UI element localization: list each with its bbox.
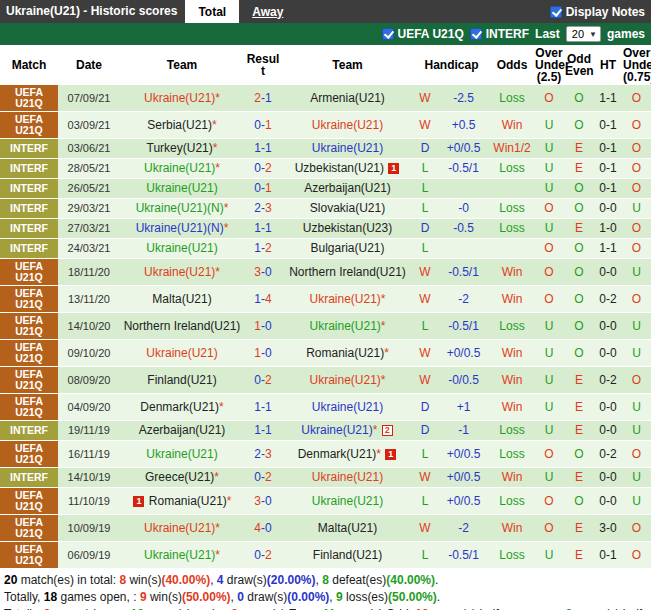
team-name: Ukraine(U21) bbox=[309, 319, 380, 333]
over-under-25: U bbox=[534, 542, 564, 569]
home-advantage-star-icon: * bbox=[381, 292, 386, 306]
title-bar: Ukraine(U21) - Historic scores Total Awa… bbox=[0, 0, 651, 23]
home-team: Greece(U21)* bbox=[120, 468, 244, 488]
home-advantage-star-icon: * bbox=[215, 521, 220, 535]
summary-segment: 0 bbox=[237, 590, 244, 604]
league-badge: INTERF bbox=[0, 468, 58, 488]
home-advantage-star-icon: * bbox=[215, 548, 220, 562]
team-name: Ukraine(U21)(N) bbox=[136, 201, 224, 215]
home-advantage-star-icon: * bbox=[224, 221, 229, 235]
col-header-team-home: Team bbox=[120, 45, 244, 85]
team-name: Azerbaijan(U21) bbox=[139, 423, 226, 437]
league-badge: INTERF bbox=[0, 159, 58, 179]
match-date: 27/03/21 bbox=[58, 219, 120, 239]
summary-line: Totally, 8 game(s) over, 12 game(s) unde… bbox=[4, 606, 647, 610]
win-draw-loss: L bbox=[413, 488, 437, 515]
summary-segment: . bbox=[437, 590, 440, 604]
over-under-075: O bbox=[622, 515, 651, 542]
match-row: UEFA U21Q14/10/20Northern Ireland(U21)1-… bbox=[0, 313, 651, 340]
half-time-score: 1-1 bbox=[594, 85, 622, 112]
handicap-value: -0/0.5 bbox=[437, 367, 490, 394]
match-row: UEFA U21Q11/10/191 Romania(U21)*3-0Ukrai… bbox=[0, 488, 651, 515]
over-under-075: O bbox=[622, 286, 651, 313]
team-name: Ukraine(U21)(N) bbox=[136, 221, 224, 235]
team-name: Azerbaijan(U21) bbox=[304, 181, 391, 195]
away-team: Ukraine(U21) bbox=[282, 488, 413, 515]
over-under-075: U bbox=[622, 313, 651, 340]
over-under-25: O bbox=[534, 239, 564, 259]
win-draw-loss: W bbox=[413, 112, 437, 139]
handicap-value: -0.5/1 bbox=[437, 259, 490, 286]
summary-segment: (50.00%) bbox=[388, 590, 437, 604]
league-badge: UEFA U21Q bbox=[0, 542, 58, 569]
home-advantage-star-icon: * bbox=[219, 400, 224, 414]
home-advantage-star-icon: * bbox=[214, 470, 219, 484]
team-name: Armenia(U21) bbox=[310, 91, 385, 105]
away-team: Denmark(U21)* 1 bbox=[282, 441, 413, 468]
win-draw-loss: L bbox=[413, 239, 437, 259]
summary-segment: draw(s) bbox=[224, 573, 267, 587]
summary-segment: 9 bbox=[336, 590, 343, 604]
result-score: 1-4 bbox=[244, 286, 282, 313]
match-row: INTERF29/03/21Ukraine(U21)(N)*2-3Slovaki… bbox=[0, 199, 651, 219]
summary-segment: (50.00%) bbox=[182, 590, 231, 604]
match-row: UEFA U21Q10/09/19Ukraine(U21)*4-0Malta(U… bbox=[0, 515, 651, 542]
tab-away[interactable]: Away bbox=[239, 0, 296, 23]
half-time-score: 3-0 bbox=[594, 515, 622, 542]
over-under-075: U bbox=[622, 340, 651, 367]
interf-filter-label: INTERF bbox=[486, 27, 529, 41]
half-time-score: 0-1 bbox=[594, 159, 622, 179]
team-name: Ukraine(U21) bbox=[301, 423, 372, 437]
home-advantage-star-icon: * bbox=[215, 265, 220, 279]
over-under-25: U bbox=[534, 468, 564, 488]
home-advantage-star-icon: * bbox=[215, 91, 220, 105]
odd-even: E bbox=[564, 139, 594, 159]
games-count-select[interactable]: 20 ▼ bbox=[566, 26, 601, 42]
filter-uefa: UEFA U21Q bbox=[382, 27, 464, 41]
odd-even: E bbox=[564, 394, 594, 421]
home-advantage-star-icon: * bbox=[212, 118, 217, 132]
handicap-value: -2 bbox=[437, 515, 490, 542]
handicap-value: +0.5 bbox=[437, 112, 490, 139]
match-date: 11/10/19 bbox=[58, 488, 120, 515]
uefa-checkbox-checked-icon[interactable] bbox=[382, 28, 394, 40]
col-header-date: Date bbox=[58, 45, 120, 85]
interf-checkbox-checked-icon[interactable] bbox=[470, 28, 482, 40]
away-team: Ukraine(U21) bbox=[282, 112, 413, 139]
home-advantage-star-icon: * bbox=[384, 346, 389, 360]
handicap-value: -0.5 bbox=[437, 219, 490, 239]
display-notes-checkbox-checked-icon[interactable] bbox=[550, 6, 562, 18]
team-name: Greece(U21) bbox=[145, 470, 214, 484]
home-team: Denmark(U21)* bbox=[120, 394, 244, 421]
league-badge: UEFA U21Q bbox=[0, 488, 58, 515]
col-header-ht: HT bbox=[594, 45, 622, 85]
half-time-score: 0-1 bbox=[594, 112, 622, 139]
match-date: 04/09/20 bbox=[58, 394, 120, 421]
away-team: Azerbaijan(U21) bbox=[282, 179, 413, 199]
filter-bar: UEFA U21Q INTERF Last 20 ▼ games bbox=[0, 23, 651, 45]
result-score: 1-1 bbox=[244, 139, 282, 159]
home-team: Ukraine(U21)* bbox=[120, 159, 244, 179]
odds-result: Win bbox=[490, 286, 534, 313]
odds-result: Loss bbox=[490, 488, 534, 515]
league-badge: UEFA U21Q bbox=[0, 286, 58, 313]
over-under-25: O bbox=[534, 488, 564, 515]
uefa-filter-label: UEFA U21Q bbox=[398, 27, 464, 41]
team-name: Ukraine(U21) bbox=[146, 241, 217, 255]
home-team: Ukraine(U21)* bbox=[120, 259, 244, 286]
table-header-row: Match Date Team Result Team Handicap Odd… bbox=[0, 45, 651, 85]
league-badge: UEFA U21Q bbox=[0, 515, 58, 542]
team-name: Ukraine(U21) bbox=[312, 470, 383, 484]
over-under-25: U bbox=[534, 219, 564, 239]
team-name: Ukraine(U21) bbox=[144, 91, 215, 105]
match-date: 24/03/21 bbox=[58, 239, 120, 259]
away-team: Northern Ireland(U21) bbox=[282, 259, 413, 286]
page-title: Ukraine(U21) - Historic scores bbox=[0, 0, 185, 23]
handicap-value: -0 bbox=[437, 199, 490, 219]
handicap-value: +0/0.5 bbox=[437, 340, 490, 367]
team-name: Ukraine(U21) bbox=[312, 400, 383, 414]
tab-total[interactable]: Total bbox=[185, 0, 239, 23]
over-under-25: O bbox=[534, 515, 564, 542]
home-advantage-star-icon: * bbox=[373, 423, 378, 437]
home-advantage-star-icon: * bbox=[213, 141, 218, 155]
